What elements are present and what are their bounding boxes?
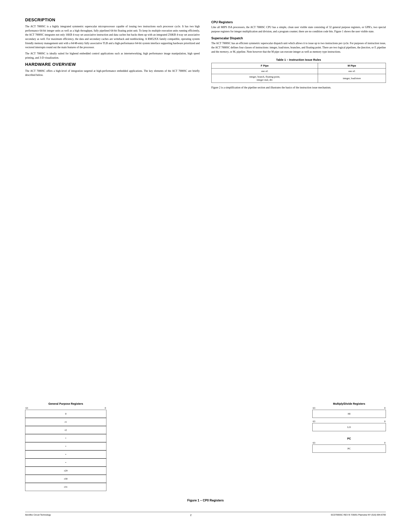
instruction-issue-rules-table: F Pipe M Pipe one of: one of: integer, b… (211, 63, 386, 83)
gpr-row-dot4: • (25, 458, 106, 467)
pc-bit-labels: 63 0 (312, 441, 386, 444)
gpr-bit-low: 0 (105, 407, 106, 409)
gpr-row-0: 0 (25, 410, 106, 418)
gpr-bit-high: 63 (26, 407, 28, 409)
mdr-lo-box: LO (312, 423, 386, 431)
table-note: Figure 2 is a simplification of the pipe… (211, 86, 386, 90)
table-col2-header: M Pipe (318, 63, 386, 68)
superscalar-dispatch-heading: Superscalar Dispatch (211, 37, 386, 40)
gpr-row-r1: r1 (25, 418, 106, 426)
superscalar-text-post: , or M, pipeline. Note however that the … (229, 50, 341, 53)
pc-label: PC (347, 437, 351, 440)
two-column-layout: DESCRIPTION The ACT 7000SC is a highly i… (25, 17, 386, 394)
diagrams-section: General Purpose Registers 63 0 0 r1 r2 •… (25, 402, 386, 491)
gpr-row-r30: r30 (25, 475, 106, 483)
hardware-overview-para1: The ACT 7000SC offers a high-level of in… (25, 69, 200, 77)
superscalar-italic1: function (361, 46, 370, 49)
footer-right: SCD7000SC REV B 7/30/01 Plainview NY (51… (331, 514, 386, 516)
superscalar-text-pre: The ACT 7000SC has an efficient symmetri… (211, 42, 386, 49)
gpr-row-r29: r29 (25, 467, 106, 475)
superscalar-italic2: memory (220, 50, 229, 53)
gpr-label: General Purpose Registers (48, 402, 83, 405)
gpr-row-dot3: • (25, 450, 106, 458)
superscalar-dispatch-para1: The ACT 7000SC has an efficient symmetri… (211, 41, 386, 54)
table-row-2: integer, branch, floating-point,integer … (211, 74, 386, 83)
hardware-overview-heading: HARDWARE OVERVIEW (25, 62, 200, 67)
footer-center: 2 (190, 514, 191, 516)
description-heading: DESCRIPTION (25, 17, 200, 22)
cpu-registers-para1: Like all MIPS ISA processors, the ACT 70… (211, 25, 386, 33)
gpr-row-r2: r2 (25, 426, 106, 434)
gpr-row-r31: r31 (25, 483, 106, 491)
gpr-row-dot1: • (25, 434, 106, 442)
pc-bit-low: 0 (384, 441, 386, 444)
gpr-bit-labels: 63 0 (25, 407, 106, 409)
figure-caption: Figure 1 – CP0 Registers (25, 499, 386, 502)
table-r2c1: integer, branch, floating-point,integer … (211, 74, 318, 83)
mdr-hi-bit-labels: 63 0 (312, 407, 386, 409)
pc-box: PC (312, 445, 386, 453)
gpr-row-dot2: • (25, 442, 106, 450)
pc-bit-high: 63 (313, 441, 315, 444)
cpu-registers-heading: CPU Registers (211, 20, 386, 24)
right-column: CPU Registers Like all MIPS ISA processo… (211, 17, 386, 394)
left-column: DESCRIPTION The ACT 7000SC is a highly i… (25, 17, 200, 394)
table1-title: Table 1 – Instruction Issue Rules (211, 58, 386, 61)
gpr-diagram-group: General Purpose Registers 63 0 0 r1 r2 •… (25, 402, 106, 491)
table-r1c2: one of: (318, 68, 386, 74)
page: DESCRIPTION The ACT 7000SC is a highly i… (0, 0, 411, 532)
mdr-hi-box: HI (312, 410, 386, 418)
table-r2c2: integer, load/store (318, 74, 386, 83)
description-para1: The ACT 7000SC is a highly integrated sy… (25, 24, 200, 49)
table-col1-header: F Pipe (211, 63, 318, 68)
mdr-hi-bit-low: 0 (384, 407, 386, 409)
table-r1c1: one of: (211, 68, 318, 74)
mdr-lo-bit-labels: 63 0 (312, 420, 386, 423)
mdr-lo-bit-high: 63 (313, 420, 315, 423)
table-row-1: one of: one of: (211, 68, 386, 74)
mdr-label: Multiply/Divide Registers (333, 402, 365, 405)
right-diagrams: Multiply/Divide Registers 63 0 HI 63 0 L… (312, 402, 386, 453)
pc-diagram-group: PC 63 0 PC (312, 437, 386, 453)
mdr-hi-bit-high: 63 (313, 407, 315, 409)
mdr-diagram-group: Multiply/Divide Registers 63 0 HI 63 0 L… (312, 402, 386, 431)
footer: Aeroflex Circuit Technology 2 SCD7000SC … (25, 512, 386, 516)
mdr-lo-bit-low: 0 (384, 420, 386, 423)
footer-left: Aeroflex Circuit Technology (25, 514, 51, 516)
description-para2: The ACT 7000SC is ideally suited for hig… (25, 51, 200, 60)
